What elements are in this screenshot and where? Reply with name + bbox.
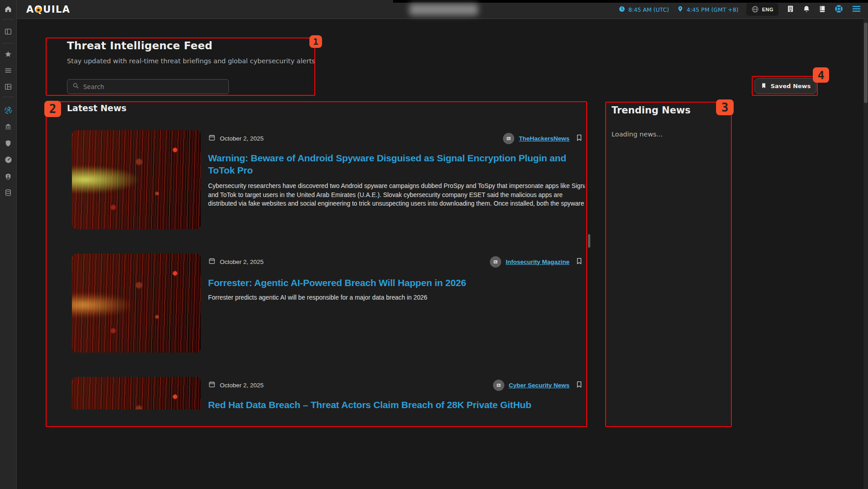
news-item: October 2, 2025 TheHackersNews Warning: … (47, 130, 585, 239)
news-thumbnail[interactable] (72, 377, 201, 409)
news-source: TheHackersNews (503, 133, 569, 144)
docs-button[interactable] (818, 5, 826, 14)
bookmark-icon (575, 380, 583, 390)
news-list: October 2, 2025 TheHackersNews Warning: … (47, 122, 585, 409)
sidebar-item-threat-feed-active[interactable] (0, 104, 16, 118)
support-button[interactable] (834, 4, 844, 15)
latest-news-heading: Latest News (67, 103, 127, 113)
home-button[interactable] (0, 3, 16, 16)
redacted-title (409, 4, 478, 15)
bookmark-button[interactable] (575, 257, 583, 267)
search-input[interactable] (83, 83, 224, 90)
sidebar-item-user-shield[interactable] (0, 170, 16, 184)
news-date: October 2, 2025 (208, 381, 264, 390)
bookmark-icon (575, 257, 583, 267)
bookmark-button[interactable] (575, 133, 583, 143)
shield-icon (4, 139, 12, 149)
location-pin-icon (677, 5, 684, 14)
news-source: Infosecurity Magazine (490, 256, 569, 268)
news-thumbnail[interactable] (72, 130, 201, 229)
hamburger-menu-icon (851, 4, 862, 15)
menu-list-icon (4, 66, 12, 76)
bookmark-button[interactable] (575, 380, 583, 390)
book-icon (818, 5, 826, 14)
news-date: October 2, 2025 (208, 257, 264, 266)
search-icon (72, 82, 80, 91)
lifebuoy-icon (834, 4, 844, 15)
local-time: 4:45 PM (GMT +8) (677, 5, 739, 14)
calendar-icon (208, 134, 216, 143)
sidebar-divider (2, 97, 14, 97)
language-label: ENG (762, 7, 773, 12)
sidebar-item-panel[interactable] (0, 25, 16, 39)
trending-news-card (606, 103, 731, 426)
page-subtitle: Stay updated with real-time threat brief… (67, 57, 315, 65)
news-source: Cyber Security News (493, 380, 569, 391)
star-icon (4, 50, 12, 60)
source-link[interactable]: Infosecurity Magazine (506, 259, 569, 265)
layout-grid-icon (4, 83, 12, 92)
news-title-link[interactable]: Forrester: Agentic AI-Powered Breach Wil… (208, 277, 574, 289)
news-meta-row: October 2, 2025 Cyber Security News (208, 379, 583, 391)
bell-icon (802, 5, 811, 14)
notifications-button[interactable] (802, 5, 811, 14)
sidebar-item-database[interactable] (0, 186, 16, 200)
news-item: October 2, 2025 Infosecurity Magazine Fo… (47, 254, 585, 362)
calendar-icon (208, 381, 216, 390)
source-avatar-icon (490, 256, 501, 268)
clock-icon (618, 5, 626, 14)
building-icon (786, 5, 795, 14)
news-item: October 2, 2025 Cyber Security News Red … (47, 377, 585, 409)
sidebar-item-favorites[interactable] (0, 48, 16, 61)
app-logo: AQUILA (26, 4, 71, 15)
sidebar-item-gauge[interactable] (0, 154, 16, 167)
source-link[interactable]: Cyber Security News (509, 382, 569, 389)
bookmark-icon (575, 133, 583, 143)
saved-news-label: Saved News (771, 83, 811, 89)
bank-icon (4, 122, 12, 132)
topbar: AQUILA 8:45 AM (UTC) 4:45 PM (GMT +8) (17, 0, 868, 19)
source-avatar-icon (503, 133, 514, 144)
news-date: October 2, 2025 (208, 134, 264, 143)
news-meta-row: October 2, 2025 TheHackersNews (208, 132, 583, 145)
news-title-link[interactable]: Warning: Beware of Android Spyware Disgu… (208, 152, 574, 176)
database-icon (4, 188, 12, 198)
app-root: AQUILA 8:45 AM (UTC) 4:45 PM (GMT +8) (0, 0, 868, 489)
news-summary: Forrester predicts agentic AI will be re… (208, 293, 585, 302)
page-title: Threat Intelligence Feed (67, 40, 213, 52)
trending-news-heading: Trending News (612, 105, 691, 116)
main-menu-button[interactable] (851, 4, 862, 15)
user-shield-icon (4, 173, 12, 182)
bookmark-filled-icon (760, 82, 767, 90)
gauge-icon (4, 155, 13, 165)
page-scrollbar-thumb[interactable] (864, 23, 868, 103)
sidebar-item-list[interactable] (0, 64, 16, 78)
trending-loading-text: Loading news... (612, 131, 663, 138)
organization-button[interactable] (786, 5, 795, 14)
left-sidebar (0, 0, 17, 489)
saved-news-button[interactable]: Saved News (754, 78, 816, 94)
annotation-badge-1: 1 (309, 35, 322, 48)
language-selector[interactable]: ENG (746, 3, 778, 16)
source-avatar-icon (493, 380, 504, 391)
sidebar-item-institution[interactable] (0, 120, 16, 134)
panel-left-icon (4, 28, 12, 37)
news-summary: Cybersecurity researchers have discovere… (208, 182, 585, 208)
sidebar-divider (2, 19, 14, 19)
home-icon (4, 5, 12, 14)
sidebar-item-shield[interactable] (0, 137, 16, 150)
topbar-right-cluster: 8:45 AM (UTC) 4:45 PM (GMT +8) ENG (618, 0, 862, 19)
search-box (67, 79, 229, 94)
sidebar-divider (2, 43, 14, 43)
news-thumbnail[interactable] (72, 254, 201, 353)
sidebar-item-dashboard[interactable] (0, 80, 16, 94)
source-link[interactable]: TheHackersNews (519, 135, 569, 142)
utc-time: 8:45 AM (UTC) (618, 5, 669, 14)
logo-eye-icon: Q (34, 4, 43, 15)
radar-icon (4, 106, 13, 116)
news-meta-row: October 2, 2025 Infosecurity Magazine (208, 255, 583, 268)
calendar-icon (208, 257, 216, 266)
list-scrollbar-thumb[interactable] (588, 234, 590, 248)
news-title-link[interactable]: Red Hat Data Breach – Threat Actors Clai… (208, 399, 574, 409)
globe-icon (751, 5, 759, 14)
